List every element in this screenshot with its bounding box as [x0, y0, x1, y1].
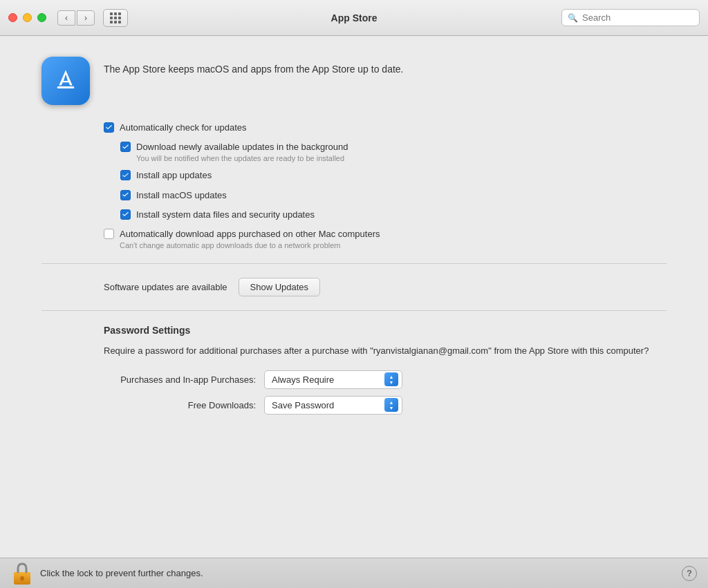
install-app-checkbox[interactable]: [120, 170, 131, 180]
install-system-item: Install system data files and security u…: [120, 209, 667, 221]
install-app-label: Install app updates: [136, 169, 212, 182]
back-button[interactable]: ‹: [57, 10, 75, 26]
forward-button[interactable]: ›: [77, 10, 95, 26]
window-title: App Store: [331, 12, 378, 23]
maximize-button[interactable]: [37, 13, 46, 22]
install-macos-checkbox[interactable]: [120, 190, 131, 200]
lock-svg: [12, 562, 32, 585]
free-downloads-select-wrapper: Save Password Always Require Never Requi…: [264, 396, 402, 415]
help-button[interactable]: ?: [682, 566, 697, 581]
search-bar: 🔍: [561, 9, 700, 26]
free-downloads-label: Free Downloads:: [104, 400, 256, 410]
main-content: The App Store keeps macOS and apps from …: [0, 36, 708, 558]
svg-rect-4: [21, 578, 24, 581]
lock-section: Click the lock to prevent further change…: [11, 562, 203, 585]
lock-icon[interactable]: [11, 562, 33, 585]
install-macos-item: Install macOS updates: [120, 189, 667, 202]
auto-download-checkbox[interactable]: [104, 229, 114, 239]
download-background-checkbox[interactable]: [120, 142, 131, 152]
search-input[interactable]: [582, 12, 693, 23]
password-section-description: Require a password for additional purcha…: [104, 344, 667, 358]
auto-check-label: Automatically check for updates: [120, 122, 247, 134]
back-icon: ‹: [65, 13, 68, 23]
search-icon: 🔍: [568, 13, 578, 23]
install-system-checkbox[interactable]: [120, 209, 131, 220]
auto-check-item: Automatically check for updates: [104, 122, 667, 134]
titlebar: ‹ › App Store 🔍: [0, 0, 708, 36]
close-button[interactable]: [8, 13, 17, 22]
traffic-lights: [8, 13, 46, 22]
forward-icon: ›: [84, 13, 87, 23]
grid-view-button[interactable]: [103, 9, 128, 27]
purchases-select[interactable]: Always Require Require After 15 Minutes …: [264, 370, 402, 389]
download-background-item: Download newly available updates in the …: [120, 141, 667, 162]
separator-2: [41, 310, 667, 311]
updates-available-label: Software updates are available: [104, 282, 227, 292]
lock-text: Click the lock to prevent further change…: [40, 568, 203, 578]
auto-download-label: Automatically download apps purchased on…: [120, 228, 380, 240]
show-updates-button[interactable]: Show Updates: [239, 278, 321, 296]
separator-1: [41, 263, 667, 264]
bottombar: Click the lock to prevent further change…: [0, 558, 708, 588]
auto-download-item-wrapper: Automatically download apps purchased on…: [104, 228, 667, 249]
svg-rect-0: [57, 86, 75, 88]
minimize-button[interactable]: [23, 13, 32, 22]
auto-download-sublabel: Can't change automatic app downloads due…: [120, 241, 380, 249]
auto-download-item: Automatically download apps purchased on…: [104, 228, 667, 249]
nav-buttons: ‹ ›: [57, 10, 95, 26]
password-section: Password Settings Require a password for…: [104, 325, 667, 415]
purchases-row: Purchases and In-app Purchases: Always R…: [104, 370, 667, 389]
app-header: The App Store keeps macOS and apps from …: [41, 57, 667, 105]
download-background-label: Download newly available updates in the …: [136, 141, 348, 153]
free-downloads-select[interactable]: Save Password Always Require Never Requi…: [264, 396, 402, 415]
free-downloads-row: Free Downloads: Save Password Always Req…: [104, 396, 667, 415]
password-section-title: Password Settings: [104, 325, 667, 336]
updates-row: Software updates are available Show Upda…: [104, 278, 667, 296]
checkbox-section: Automatically check for updates Download…: [104, 122, 667, 249]
grid-icon: [110, 12, 121, 23]
install-system-label: Install system data files and security u…: [136, 209, 315, 221]
install-app-item: Install app updates: [120, 169, 667, 182]
app-store-svg: [50, 66, 81, 96]
purchases-label: Purchases and In-app Purchases:: [104, 374, 256, 385]
download-background-sublabel: You will be notified when the updates ar…: [136, 154, 348, 162]
header-description: The App Store keeps macOS and apps from …: [104, 57, 404, 77]
install-macos-label: Install macOS updates: [136, 189, 227, 202]
auto-check-checkbox[interactable]: [104, 122, 114, 133]
purchases-select-wrapper: Always Require Require After 15 Minutes …: [264, 370, 402, 389]
app-store-icon: [41, 57, 90, 105]
